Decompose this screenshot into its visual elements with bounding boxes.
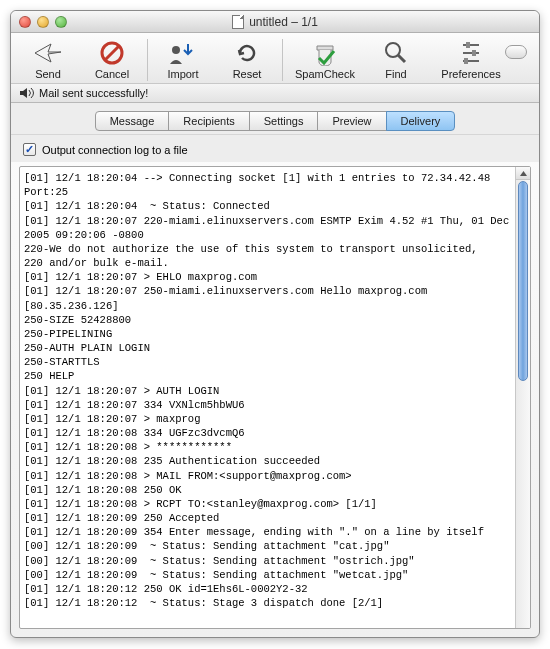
import-label: Import (167, 68, 198, 80)
send-button[interactable]: Send (21, 39, 75, 80)
zoom-button[interactable] (55, 16, 67, 28)
svg-line-1 (105, 46, 119, 60)
reset-button[interactable]: Reset (220, 39, 274, 80)
preferences-button[interactable]: Preferences (437, 39, 505, 80)
delivery-options: ✓ Output connection log to a file (11, 134, 539, 162)
scrollbar-thumb[interactable] (518, 181, 528, 381)
cancel-icon (96, 39, 128, 67)
minimize-button[interactable] (37, 16, 49, 28)
send-label: Send (35, 68, 61, 80)
speaker-icon (19, 87, 33, 99)
find-label: Find (385, 68, 406, 80)
status-text: Mail sent successfully! (39, 87, 148, 99)
preferences-label: Preferences (441, 68, 500, 80)
tab-bar: Message Recipients Settings Preview Deli… (11, 103, 539, 134)
svg-line-4 (398, 55, 405, 62)
import-button[interactable]: Import (156, 39, 210, 80)
toolbar-separator (147, 39, 148, 81)
window-title-area: untitled – 1/1 (11, 15, 539, 29)
document-icon (232, 15, 244, 29)
svg-rect-6 (466, 42, 470, 48)
app-window: untitled – 1/1 Send Cancel (10, 10, 540, 638)
window-controls (11, 16, 67, 28)
svg-point-2 (172, 46, 180, 54)
preferences-icon (455, 39, 487, 67)
cancel-button[interactable]: Cancel (85, 39, 139, 80)
output-log-checkbox[interactable]: ✓ (23, 143, 36, 156)
status-bar: Mail sent successfully! (11, 84, 539, 103)
output-log-label: Output connection log to a file (42, 144, 188, 156)
svg-rect-10 (464, 58, 468, 64)
check-icon: ✓ (25, 144, 34, 155)
tab-recipients[interactable]: Recipients (168, 111, 249, 131)
scroll-up-arrow[interactable] (516, 167, 530, 180)
tab-message[interactable]: Message (95, 111, 170, 131)
vertical-scrollbar[interactable] (515, 167, 530, 628)
toolbar-pill-button[interactable] (505, 45, 527, 59)
send-icon (32, 39, 64, 67)
window-title: untitled – 1/1 (249, 15, 318, 29)
close-button[interactable] (19, 16, 31, 28)
toolbar: Send Cancel Import Reset (11, 33, 539, 84)
find-button[interactable]: Find (369, 39, 423, 80)
reset-label: Reset (233, 68, 262, 80)
svg-point-3 (386, 43, 400, 57)
log-panel: [01] 12/1 18:20:04 --> Connecting socket… (19, 166, 531, 629)
toolbar-separator (282, 39, 283, 81)
import-icon (167, 39, 199, 67)
spamcheck-icon (309, 39, 341, 67)
titlebar[interactable]: untitled – 1/1 (11, 11, 539, 33)
connection-log[interactable]: [01] 12/1 18:20:04 --> Connecting socket… (20, 167, 515, 628)
find-icon (380, 39, 412, 67)
spamcheck-button[interactable]: SpamCheck (291, 39, 359, 80)
tab-delivery[interactable]: Delivery (386, 111, 456, 131)
reset-icon (231, 39, 263, 67)
spamcheck-label: SpamCheck (295, 68, 355, 80)
svg-rect-8 (472, 50, 476, 56)
cancel-label: Cancel (95, 68, 129, 80)
tab-preview[interactable]: Preview (317, 111, 386, 131)
tab-settings[interactable]: Settings (249, 111, 319, 131)
